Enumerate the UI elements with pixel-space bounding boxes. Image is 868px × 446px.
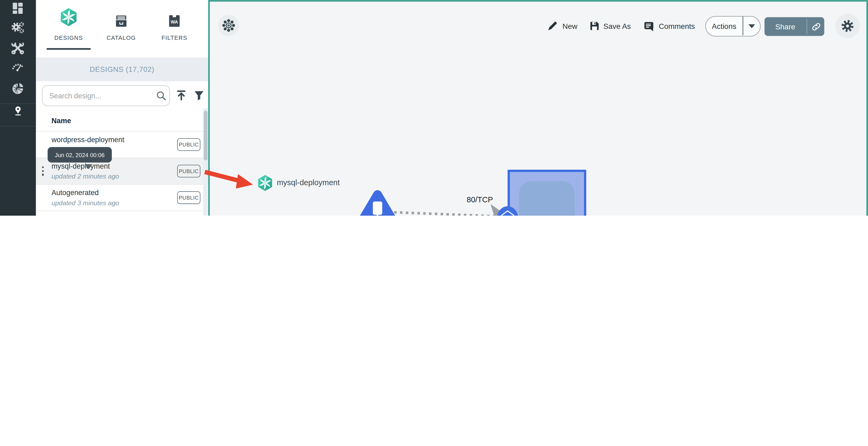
wa-text: WA — [171, 20, 178, 25]
designs-panel: DESIGNS CATALOG WA FILTERS DESIGNS (17,7… — [36, 0, 208, 216]
lifecycle-gears-icon[interactable] — [10, 21, 25, 35]
wasm-filter-icon: WA — [167, 14, 182, 28]
nav-divider — [0, 126, 36, 127]
save-as-label: Save As — [603, 22, 631, 31]
share-label: Share — [765, 17, 806, 36]
column-header-name: Name — [51, 117, 71, 125]
left-nav: ? v0.7.67 — [0, 0, 36, 216]
extensions-icon[interactable] — [10, 81, 25, 96]
design-row[interactable]: Autogenerated updated 2 hours ago PUBLIC — [36, 211, 208, 216]
date-tooltip: Jun 02, 2024 00:06 — [48, 147, 112, 163]
edge-port-label: 80/TCP — [467, 195, 493, 204]
design-name: Autogenerated — [51, 188, 98, 197]
kanvas-pin-icon[interactable] — [13, 106, 23, 116]
actions-label: Actions — [706, 16, 743, 35]
nav-divider — [0, 103, 36, 104]
design-name: mysql-deployment — [51, 162, 110, 170]
app-root: ? v0.7.67 DESIGNS CATALOG WA FILTE — [0, 0, 868, 216]
catalog-drawer-icon — [114, 14, 128, 28]
meshery-swirl-icon — [59, 8, 78, 27]
designs-count-header: DESIGNS (17,702) — [36, 58, 208, 81]
tooltip-caret — [85, 164, 93, 169]
dot-mesh-icon — [222, 19, 236, 32]
design-list: wordpress-deployment PUBLIC mysql-deploy… — [36, 132, 208, 216]
publish-upload-icon[interactable] — [175, 89, 188, 102]
search-input[interactable] — [42, 85, 170, 106]
active-tab-underline — [46, 48, 91, 49]
save-icon — [589, 21, 600, 32]
design-updated: updated 3 minutes ago — [51, 199, 119, 207]
dashboard-icon[interactable] — [10, 1, 25, 15]
design-name: wordpress-deployment — [51, 136, 124, 144]
comments-label: Comments — [659, 22, 695, 31]
k8s-service-triangle-icon — [348, 188, 407, 216]
actions-button[interactable]: Actions — [705, 16, 761, 37]
pencil-icon — [547, 21, 558, 32]
node-label: mysql-deployment — [277, 178, 340, 187]
design-name: Autogenerated — [51, 215, 98, 216]
performance-speedometer-icon[interactable] — [10, 59, 25, 73]
row-menu-kebab-icon[interactable] — [42, 167, 44, 177]
node-wordpress-deployment-selected[interactable] — [507, 170, 586, 216]
filter-funnel-icon[interactable] — [193, 89, 206, 102]
copy-link-icon[interactable] — [811, 22, 822, 32]
visibility-badge: PUBLIC — [177, 191, 200, 204]
search-icon[interactable] — [155, 90, 167, 102]
comment-icon — [643, 21, 655, 32]
share-button[interactable]: Share — [765, 17, 824, 36]
dot-mesh-button[interactable] — [218, 15, 239, 36]
tab-catalog-label: CATALOG — [99, 34, 144, 41]
meshery-swirl-icon — [257, 175, 274, 191]
tab-designs-label: DESIGNS — [46, 34, 91, 41]
visibility-badge: PUBLIC — [177, 138, 200, 151]
pod-pentagon-badge-icon[interactable] — [497, 206, 519, 216]
node-body — [519, 181, 575, 216]
design-updated: updated 2 minutes ago — [51, 172, 119, 180]
new-label: New — [562, 22, 578, 31]
gear-icon — [840, 19, 855, 33]
tab-filters-label: FILTERS — [152, 34, 197, 41]
visibility-badge: PUBLIC — [177, 165, 200, 178]
actions-dropdown-caret-icon[interactable] — [748, 24, 755, 28]
divider — [742, 16, 743, 35]
divider — [806, 19, 807, 34]
design-row[interactable]: Autogenerated updated 3 minutes ago PUBL… — [36, 185, 208, 211]
settings-button[interactable] — [835, 14, 860, 38]
list-scrollbar-thumb[interactable] — [204, 111, 207, 160]
configuration-tools-icon[interactable] — [10, 41, 25, 55]
